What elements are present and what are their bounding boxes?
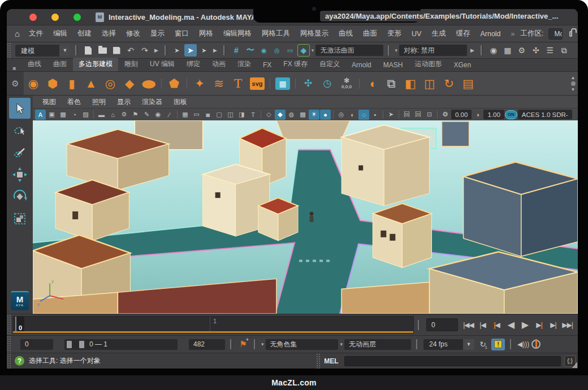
render-view-button[interactable]: ◉ <box>487 44 500 57</box>
chevron-down-icon[interactable]: ▾ <box>395 47 397 53</box>
snap-to-projected-center-button[interactable]: ◎ <box>271 44 283 57</box>
modeling-toolkit-button[interactable]: ▦ <box>273 74 292 93</box>
field-chart-icon[interactable]: ◫ <box>225 110 236 120</box>
tab-rigging[interactable]: 绑定 <box>181 58 206 71</box>
tab-fx-caching[interactable]: FX 缓存 <box>278 58 313 71</box>
platonic-solid-button[interactable]: ⬟ <box>165 74 184 93</box>
separator[interactable] <box>254 339 256 349</box>
separator[interactable] <box>510 339 512 349</box>
playhead[interactable]: 0 <box>15 317 24 333</box>
poly-torus-button[interactable]: ◎ <box>101 74 120 93</box>
open-scene-button[interactable] <box>96 44 109 57</box>
gear-icon[interactable]: ⚙ <box>7 72 24 95</box>
menu-select[interactable]: 选择 <box>97 27 120 41</box>
color-management-toggle[interactable]: ON <box>505 110 517 119</box>
menu-cache[interactable]: 缓存 <box>451 27 474 41</box>
tab-arnold[interactable]: Arnold <box>346 59 377 71</box>
playback-loop-button[interactable]: ↻1 <box>477 340 489 349</box>
animation-end-field[interactable]: 482 <box>189 339 225 350</box>
render-current-frame-button[interactable]: ▦ <box>501 44 514 57</box>
drag-handle[interactable] <box>7 42 11 58</box>
character-set-dropdown[interactable]: ▾ 无角色集 <box>261 339 338 350</box>
render-settings-button[interactable]: ⚙ <box>516 44 528 57</box>
auto-keyframe-toggle[interactable] <box>531 340 541 349</box>
screenshot-icon[interactable]: ▨ <box>80 110 91 120</box>
colorspace-field[interactable]: ACES 1.0 SDR- <box>518 110 572 119</box>
image-plane-icon[interactable]: ✎ <box>141 110 152 120</box>
delete-history-button[interactable]: ◷ <box>318 74 337 93</box>
menu-surfaces[interactable]: 曲面 <box>358 27 382 41</box>
wireframe-mode-icon[interactable]: ◇ <box>263 110 274 120</box>
poly-cube-button[interactable]: ⬢ <box>43 74 62 93</box>
animation-start-field[interactable]: 0 <box>20 339 53 350</box>
time-slider[interactable]: 0 1 0 <box>12 316 414 333</box>
menu-arnold[interactable]: Arnold <box>475 28 505 40</box>
shadows-icon[interactable]: ● <box>320 110 331 120</box>
tab-rendering[interactable]: 渲染 <box>232 58 257 71</box>
lock-workspace-icon[interactable] <box>569 31 572 37</box>
rotate-tool-button[interactable] <box>9 186 31 207</box>
motion-blur-icon[interactable]: ◐ <box>347 110 358 120</box>
quad-draw-button[interactable]: ◧ <box>401 74 420 93</box>
type-tool-button[interactable]: T <box>228 74 248 93</box>
tab-curves[interactable]: 曲线 <box>22 58 47 71</box>
drag-handle[interactable] <box>316 353 321 369</box>
chevron-down-icon[interactable]: ▼ <box>59 45 71 57</box>
gamma-field[interactable]: 1.00 <box>483 110 504 119</box>
snap-to-view-plane-button[interactable]: ▭ <box>284 44 296 57</box>
scale-tool-button[interactable] <box>9 208 31 229</box>
mute-audio-button[interactable]: ◀))) <box>517 340 529 348</box>
gate-mask-icon[interactable]: ▢ <box>214 110 224 120</box>
construction-axes-button[interactable]: ✣ <box>299 74 318 93</box>
multi-cut-button[interactable]: ▤ <box>459 74 478 93</box>
range-end-handle[interactable] <box>79 341 84 348</box>
lock-camera-icon[interactable]: ⌂ <box>107 110 118 120</box>
snap-to-curve-button[interactable]: 〜 <box>244 44 257 57</box>
super-shape-button[interactable]: ✦ <box>190 74 209 93</box>
select-object-button[interactable]: ➤ <box>184 44 197 57</box>
tab-custom[interactable]: 自定义 <box>314 58 345 71</box>
drag-handle[interactable] <box>7 314 11 335</box>
scroll-knob[interactable] <box>571 81 576 86</box>
step-back-key-button[interactable]: |◀ <box>490 318 504 332</box>
new-scene-button[interactable] <box>82 44 94 57</box>
lasso-select-tool-button[interactable] <box>9 120 31 141</box>
pan-zoom-icon[interactable]: ◉ <box>153 110 163 120</box>
separator[interactable] <box>388 45 390 55</box>
redo-button[interactable]: ↷ <box>139 44 151 57</box>
menu-windows[interactable]: 窗口 <box>170 27 193 41</box>
scroll-down-icon[interactable]: ▼ <box>571 87 576 92</box>
menu-curves[interactable]: 曲线 <box>334 27 357 41</box>
separator[interactable] <box>481 45 483 55</box>
lighting-pie-icon[interactable]: ◔ <box>69 110 80 120</box>
play-backwards-button[interactable]: ◀ <box>504 318 518 332</box>
depth-of-field-icon[interactable]: ▪ <box>370 110 381 120</box>
paint-select-tool-button[interactable] <box>9 142 31 163</box>
tab-animation[interactable]: 动画 <box>206 58 231 71</box>
select-component-button[interactable]: ➤ <box>198 44 210 57</box>
current-frame-field[interactable]: 0 <box>426 318 458 331</box>
menu-edit-mesh[interactable]: 编辑网格 <box>219 27 256 41</box>
make-live-button[interactable]: ◆ <box>297 44 310 57</box>
expand-icon[interactable]: ▶ <box>153 47 160 53</box>
camera-attributes-icon[interactable]: ⚙ <box>119 110 129 120</box>
frame-selected-icon[interactable]: ▣ <box>46 110 57 120</box>
separator[interactable] <box>230 339 232 349</box>
bookmark-icon[interactable]: ⚑ <box>130 110 141 120</box>
drag-handle[interactable] <box>7 336 11 353</box>
fps-dropdown[interactable]: 24 fps ▼ <box>423 339 474 350</box>
panel-menu-show[interactable]: 显示 <box>112 96 136 108</box>
grid-toggle-icon[interactable]: ▦ <box>180 110 191 120</box>
poly-disc-button[interactable]: ⬤ <box>139 77 158 89</box>
help-icon[interactable]: ? <box>15 356 24 366</box>
select-hierarchy-button[interactable]: ➤ <box>171 44 183 57</box>
boolean-button[interactable]: ◖ <box>362 74 382 93</box>
use-all-lights-icon[interactable]: ☀ <box>309 110 319 120</box>
frame-all-icon[interactable]: ▩ <box>58 110 68 120</box>
step-forward-key-button[interactable]: ▶| <box>532 318 546 332</box>
mirror-button[interactable]: ◫ <box>420 74 439 93</box>
snap-to-point-button[interactable]: ◉ <box>258 44 270 57</box>
anim-layer-dropdown[interactable]: ▾ 无动画层 <box>340 339 412 350</box>
textured-shaded-icon[interactable]: ▩ <box>297 110 308 120</box>
grease-pencil-icon[interactable]: ∕ <box>164 110 175 120</box>
